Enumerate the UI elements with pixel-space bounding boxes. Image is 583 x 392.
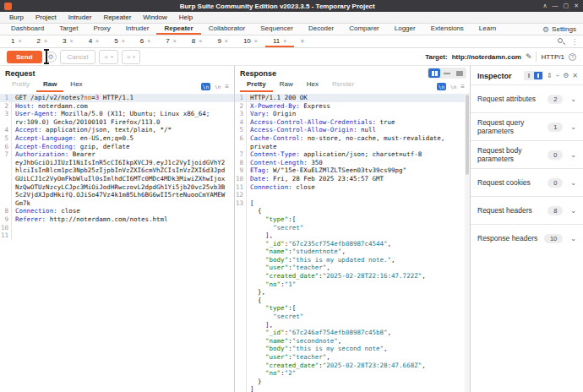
request-tab-raw[interactable]: Raw <box>36 79 63 92</box>
code-line[interactable]: "secret" <box>235 224 470 232</box>
code-line[interactable]: 13[ <box>235 199 470 208</box>
response-scrollbar[interactable] <box>465 93 470 392</box>
inspector-section-request-query-parameters[interactable]: Request query parameters1⌄ <box>471 112 583 140</box>
menu-item-window[interactable]: Window <box>137 14 172 21</box>
code-line[interactable]: "_id":"67c246af754efb08987c45b8", <box>235 329 470 337</box>
request-tab-pretty[interactable]: Pretty <box>5 79 36 92</box>
response-tab-hex[interactable]: Hex <box>300 79 325 92</box>
code-line[interactable]: "_id":"67c235cf754efb08987c4544", <box>235 240 470 248</box>
code-line[interactable]: "type":[ <box>235 215 470 224</box>
code-line[interactable]: 8Content-Length: 350 <box>235 159 470 167</box>
code-line[interactable]: 1HTTP/1.1 200 OK <box>235 94 470 102</box>
editor-menu-icon[interactable]: ≡ <box>460 83 465 90</box>
close-tab-icon[interactable]: × <box>70 38 74 44</box>
code-line[interactable]: "user":"teacher", <box>235 353 470 362</box>
inspector-section-request-cookies[interactable]: Request cookies0⌄ <box>471 168 583 196</box>
history-forward-button[interactable]: > ▾ <box>122 50 140 64</box>
code-line[interactable]: { <box>235 207 470 215</box>
code-line[interactable]: "secret" <box>235 313 470 321</box>
repeater-tab-6[interactable]: 6× <box>133 35 159 47</box>
cancel-button[interactable]: Cancel <box>60 50 96 64</box>
layout-rows-button[interactable] <box>441 68 453 78</box>
inspector-close-icon[interactable]: ✕ <box>572 72 578 79</box>
response-tab-pretty[interactable]: Pretty <box>240 79 273 92</box>
menu-item-help[interactable]: Help <box>173 14 199 21</box>
tab-decoder[interactable]: Decoder <box>301 24 341 35</box>
tab-repeater[interactable]: Repeater <box>156 24 200 35</box>
repeater-tab-5[interactable]: 5× <box>106 35 133 47</box>
search-icon[interactable] <box>558 38 565 46</box>
tab-extensions[interactable]: Extensions <box>423 24 471 35</box>
window-close-button[interactable]: ✕ <box>574 3 579 9</box>
scrollbar-thumb[interactable] <box>466 95 469 175</box>
inspector-section-response-headers[interactable]: Response headers10⌄ <box>471 224 583 252</box>
code-line[interactable]: ] <box>235 385 470 392</box>
code-line[interactable]: ], <box>235 321 470 329</box>
request-editor[interactable]: 1GET /api/v2/notes?no=3 HTTP/1.12Host: n… <box>0 94 234 392</box>
repeater-tab-8[interactable]: 8× <box>184 35 210 47</box>
show-newlines-toggle-icon[interactable]: \n <box>437 83 446 90</box>
show-newlines-toggle-icon[interactable]: \n <box>201 83 210 90</box>
menu-item-burp[interactable]: Burp <box>3 14 30 21</box>
code-line[interactable]: "no":"2" <box>235 369 470 378</box>
close-tab-icon[interactable]: × <box>95 38 99 44</box>
code-line[interactable]: "created_date":"2025-02-28T23:28:47.668Z… <box>235 362 470 370</box>
code-line[interactable]: 1GET /api/v2/notes?no=3 HTTP/1.1 <box>0 94 234 102</box>
add-tab-button[interactable]: + <box>294 35 310 47</box>
send-button[interactable]: Send <box>7 51 42 63</box>
close-tab-icon[interactable]: × <box>44 38 47 44</box>
response-tab-render[interactable]: Render <box>325 79 361 92</box>
close-tab-icon[interactable]: × <box>225 38 228 44</box>
code-line[interactable]: }, <box>235 288 470 297</box>
code-line[interactable]: { <box>235 297 470 305</box>
tab-proxy[interactable]: Proxy <box>85 24 117 35</box>
divider-position-icon[interactable]: ÷ <box>556 72 559 79</box>
response-editor[interactable]: 1HTTP/1.1 200 OK2X-Powered-By: Express3V… <box>235 94 470 392</box>
expand-collapse-icon[interactable]: ⇕ <box>547 72 553 79</box>
code-line[interactable]: ], <box>235 231 470 240</box>
code-line[interactable]: 9Referer: http://noterdamn.com/notes.htm… <box>0 215 234 224</box>
close-tab-icon[interactable]: × <box>122 38 125 44</box>
inspector-layout-left-button[interactable] <box>525 72 533 79</box>
code-line[interactable]: "body":"this is my updated note.", <box>235 256 470 264</box>
request-tab-hex[interactable]: Hex <box>63 79 89 92</box>
code-line[interactable]: 7Content-Type: application/json; charset… <box>235 150 470 159</box>
repeater-tab-10[interactable]: 10× <box>236 35 265 47</box>
code-line[interactable]: 3Vary: Origin <box>235 110 470 118</box>
repeater-tab-7[interactable]: 7× <box>158 35 184 47</box>
code-line[interactable]: "no":"1" <box>235 280 470 289</box>
code-line[interactable]: 6Accept-Encoding: gzip, deflate <box>0 143 234 151</box>
editor-menu-icon[interactable]: ≡ <box>225 83 229 90</box>
layout-columns-button[interactable] <box>428 68 440 78</box>
close-tab-icon[interactable]: × <box>283 38 286 44</box>
history-back-button[interactable]: < ▾ <box>99 50 117 64</box>
close-tab-icon[interactable]: × <box>199 38 202 44</box>
close-tab-icon[interactable]: × <box>173 38 177 44</box>
close-tab-icon[interactable]: × <box>147 38 150 44</box>
settings-button[interactable]: ⚙Settings <box>539 24 580 35</box>
http-version-selector[interactable]: HTTP/1 <box>541 53 564 61</box>
code-line[interactable]: "name":"secondnote", <box>235 337 470 346</box>
code-line[interactable]: } <box>235 378 470 386</box>
code-line[interactable]: 3User-Agent: Mozilla/5.0 (X11; Ubuntu; L… <box>0 110 234 126</box>
code-line[interactable]: 9ETag: W/"15e-EXuELZMlZLTSeen03tv39cs99p… <box>235 166 470 175</box>
menu-item-intruder[interactable]: Intruder <box>63 14 98 21</box>
code-line[interactable]: "type":[ <box>235 304 470 313</box>
inspector-section-request-attributes[interactable]: Request attributes2⌄ <box>471 84 583 112</box>
inspector-layout-right-button[interactable] <box>534 72 542 79</box>
repeater-tab-3[interactable]: 3× <box>55 35 81 47</box>
code-line[interactable]: 7Authorization: Bearer eyJhbGciOiJIUzI1N… <box>0 150 234 207</box>
tab-learn[interactable]: Learn <box>471 24 504 35</box>
tab-dashboard[interactable]: Dashboard <box>3 24 52 35</box>
code-line[interactable]: "name":"studentnote", <box>235 248 470 256</box>
window-shade-button[interactable]: ∧ <box>542 3 547 9</box>
inspector-section-request-headers[interactable]: Request headers8⌄ <box>471 196 583 224</box>
kebab-menu-icon[interactable]: ⋮ <box>571 38 578 46</box>
code-line[interactable]: 11Connection: close <box>235 183 470 192</box>
code-line[interactable]: 5Access-Control-Allow-Origin: null <box>235 126 470 134</box>
tab-collaborator[interactable]: Collaborator <box>201 24 253 35</box>
tab-logger[interactable]: Logger <box>387 24 423 35</box>
help-icon[interactable]: ? <box>569 53 576 61</box>
code-line[interactable]: 2X-Powered-By: Express <box>235 102 470 111</box>
code-line[interactable]: 6Cache-Control: no-store, no-cache, must… <box>235 134 470 150</box>
